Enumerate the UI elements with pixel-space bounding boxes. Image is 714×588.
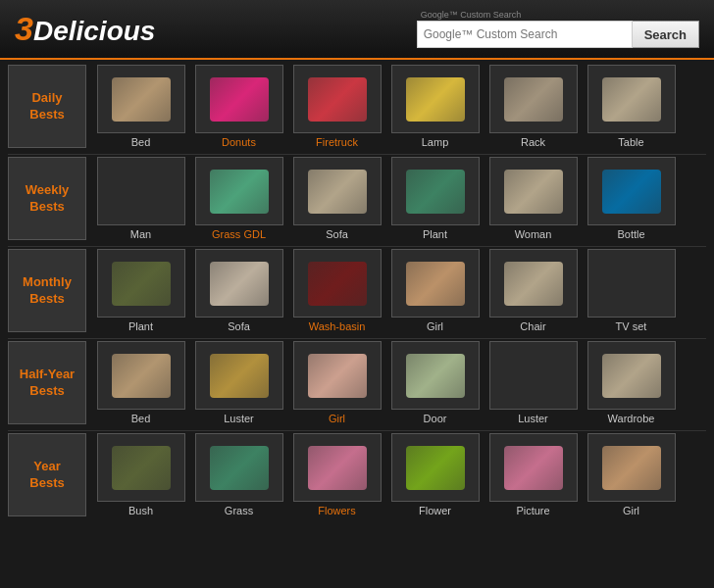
items-grid-weekly: ManGrass GDLSofaPlantWomanBottle <box>94 157 678 240</box>
item-thumb-halfyear-1[interactable] <box>195 341 283 410</box>
item-label-monthly-0: Plant <box>128 320 153 332</box>
items-grid-year: BushGrassFlowersFlowerPictureGirl <box>94 433 678 516</box>
list-item: Luster <box>192 341 285 424</box>
item-thumb-weekly-1[interactable] <box>195 157 283 225</box>
main-content: Daily BestsBedDonutsFiretruckLampRackTab… <box>0 60 714 525</box>
item-label-monthly-2: Wash-basin <box>309 320 366 332</box>
list-item: Bed <box>94 65 187 148</box>
item-thumb-halfyear-4[interactable] <box>489 341 578 410</box>
item-thumb-halfyear-0[interactable] <box>97 341 185 410</box>
list-item: Sofa <box>290 157 383 240</box>
list-item: Bottle <box>585 157 678 240</box>
item-label-halfyear-1: Luster <box>224 413 254 424</box>
list-item: Luster <box>486 341 580 424</box>
item-thumb-daily-2[interactable] <box>293 65 382 133</box>
item-thumb-year-4[interactable] <box>489 433 578 502</box>
list-item: Grass GDL <box>192 157 285 240</box>
items-grid-daily: BedDonutsFiretruckLampRackTable <box>94 65 678 148</box>
section-row-daily: Daily BestsBedDonutsFiretruckLampRackTab… <box>8 65 706 148</box>
items-grid-halfyear: BedLusterGirlDoorLusterWardrobe <box>94 341 678 424</box>
list-item: Rack <box>486 65 580 148</box>
list-item: Flowers <box>290 433 383 516</box>
section-divider <box>8 430 706 431</box>
item-label-halfyear-3: Door <box>424 413 447 424</box>
list-item: Wardrobe <box>585 341 678 424</box>
section-label-monthly: Monthly Bests <box>8 249 86 332</box>
search-button[interactable]: Search <box>633 21 699 48</box>
item-thumb-year-1[interactable] <box>195 433 283 502</box>
list-item: TV set <box>585 249 678 332</box>
item-label-halfyear-0: Bed <box>131 413 151 424</box>
item-label-daily-0: Bed <box>131 136 151 148</box>
item-thumb-monthly-1[interactable] <box>195 249 283 318</box>
item-thumb-weekly-5[interactable] <box>587 157 676 225</box>
item-thumb-year-0[interactable] <box>97 433 185 502</box>
item-label-weekly-5: Bottle <box>617 228 644 240</box>
item-thumb-halfyear-5[interactable] <box>587 341 676 410</box>
item-label-daily-4: Rack <box>521 136 545 148</box>
list-item: Firetruck <box>290 65 383 148</box>
item-thumb-daily-5[interactable] <box>587 65 676 133</box>
item-thumb-daily-4[interactable] <box>489 65 578 133</box>
list-item: Girl <box>388 249 482 332</box>
item-thumb-halfyear-3[interactable] <box>391 341 480 410</box>
search-area: Google™ Custom Search Search <box>417 10 699 48</box>
section-row-monthly: Monthly BestsPlantSofaWash-basinGirlChai… <box>8 249 706 332</box>
item-thumb-monthly-3[interactable] <box>391 249 480 318</box>
items-grid-monthly: PlantSofaWash-basinGirlChairTV set <box>94 249 678 332</box>
list-item: Man <box>94 157 187 240</box>
section-divider <box>8 338 706 339</box>
section-label-halfyear: Half-Year Bests <box>8 341 86 424</box>
list-item: Plant <box>388 157 482 240</box>
item-thumb-weekly-0[interactable] <box>97 157 185 225</box>
item-label-halfyear-2: Girl <box>329 413 345 424</box>
item-thumb-year-3[interactable] <box>391 433 480 502</box>
item-label-year-3: Flower <box>419 505 451 516</box>
item-thumb-monthly-2[interactable] <box>293 249 382 318</box>
section-divider <box>8 154 706 155</box>
item-label-weekly-1: Grass GDL <box>212 228 266 240</box>
item-label-monthly-5: TV set <box>616 320 647 332</box>
list-item: Grass <box>192 433 285 516</box>
section-label-weekly: Weekly Bests <box>8 157 86 240</box>
item-label-monthly-3: Girl <box>427 320 443 332</box>
item-thumb-year-2[interactable] <box>293 433 382 502</box>
item-label-monthly-4: Chair <box>520 320 545 332</box>
logo-text: Delicious <box>33 16 155 46</box>
item-thumb-halfyear-2[interactable] <box>293 341 382 410</box>
item-label-year-5: Girl <box>623 505 639 516</box>
item-thumb-weekly-2[interactable] <box>293 157 382 225</box>
logo-3: 3 <box>15 10 33 47</box>
item-thumb-daily-1[interactable] <box>195 65 283 133</box>
item-thumb-daily-3[interactable] <box>391 65 480 133</box>
item-thumb-year-5[interactable] <box>587 433 676 502</box>
search-input[interactable] <box>417 21 633 48</box>
section-divider <box>8 246 706 247</box>
item-label-daily-3: Lamp <box>422 136 449 148</box>
item-thumb-weekly-3[interactable] <box>391 157 480 225</box>
item-label-daily-5: Table <box>618 136 643 148</box>
item-thumb-daily-0[interactable] <box>97 65 185 133</box>
list-item: Bush <box>94 433 187 516</box>
item-label-year-1: Grass <box>225 505 253 516</box>
list-item: Table <box>585 65 678 148</box>
item-label-daily-2: Firetruck <box>316 136 358 148</box>
item-label-weekly-4: Woman <box>515 228 552 240</box>
item-thumb-monthly-4[interactable] <box>489 249 578 318</box>
item-label-halfyear-5: Wardrobe <box>608 413 655 424</box>
item-label-year-2: Flowers <box>318 505 356 516</box>
list-item: Sofa <box>192 249 285 332</box>
item-label-year-4: Picture <box>516 505 549 516</box>
list-item: Plant <box>94 249 187 332</box>
item-thumb-monthly-5[interactable] <box>587 249 676 318</box>
item-label-year-0: Bush <box>128 505 153 516</box>
section-label-daily: Daily Bests <box>8 65 86 148</box>
list-item: Picture <box>486 433 580 516</box>
item-label-weekly-3: Plant <box>423 228 447 240</box>
item-label-halfyear-4: Luster <box>518 413 548 424</box>
list-item: Wash-basin <box>290 249 383 332</box>
item-thumb-monthly-0[interactable] <box>97 249 185 318</box>
list-item: Lamp <box>388 65 482 148</box>
google-label: Google™ Custom Search <box>421 10 699 20</box>
item-thumb-weekly-4[interactable] <box>489 157 578 225</box>
